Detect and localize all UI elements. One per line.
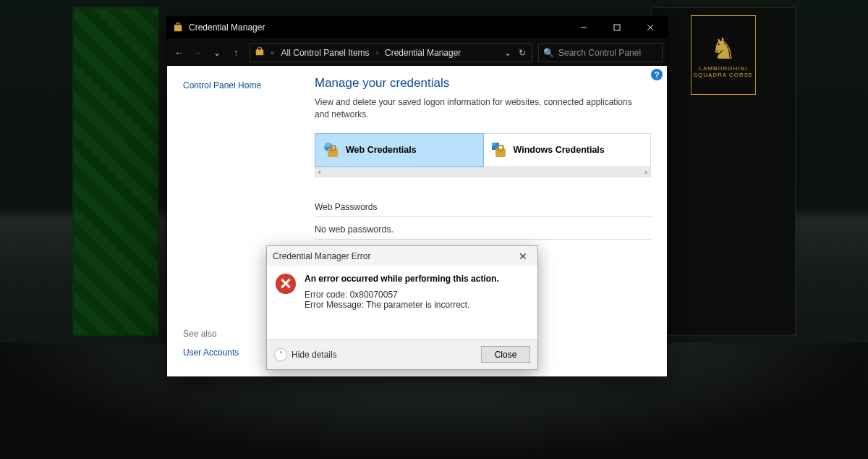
minimize-button[interactable] [567,17,600,38]
chevron-right-icon: › [375,49,380,56]
nav-forward-button[interactable]: → [190,43,206,63]
search-icon: 🔍 [543,48,554,58]
refresh-icon[interactable]: ↻ [519,48,526,58]
dialog-body: An error occurred while performing this … [267,266,537,339]
address-icon [253,46,266,59]
hide-details-toggle[interactable]: ˄ Hide details [274,348,337,361]
divider [315,216,651,217]
divider [315,239,651,240]
tab-windows-credentials[interactable]: Windows Credentials [483,134,651,167]
windows-credentials-icon [490,141,508,159]
page-heading: Manage your credentials [315,76,651,90]
web-credentials-icon [323,141,340,159]
page-description: View and delete your saved logon informa… [315,96,633,122]
svg-rect-3 [614,25,620,30]
bull-icon: ♞ [710,32,737,65]
close-button[interactable] [634,17,667,38]
nav-recent-dropdown[interactable]: ⌄ [209,43,225,63]
error-code-line: Error code: 0x80070057 [305,290,499,300]
desktop-poster-left [72,7,159,336]
breadcrumb-all-items[interactable]: All Control Panel Items [279,46,372,59]
search-box[interactable]: 🔍 [538,43,663,62]
breadcrumb-current[interactable]: Credential Manager [383,46,463,59]
empty-passwords-message: No web passwords. [315,224,651,235]
tab-web-label: Web Credentials [346,145,417,155]
nav-back-button[interactable]: ← [171,43,187,63]
error-dialog: Credential Manager Error ✕ An error occu… [266,245,538,370]
svg-rect-12 [492,143,495,146]
error-headline: An error occurred while performing this … [305,274,499,284]
tab-web-credentials[interactable]: Web Credentials [315,133,484,167]
dialog-titlebar[interactable]: Credential Manager Error ✕ [267,246,537,266]
maximize-button[interactable] [600,17,634,38]
dialog-message: An error occurred while performing this … [305,274,499,332]
chevron-up-icon: ˄ [274,348,287,361]
lamborghini-badge: ♞ LAMBORGHINI SQUADRA CORSE [691,15,756,95]
section-web-passwords: Web Passwords [315,202,651,212]
desktop-poster-right: ♞ LAMBORGHINI SQUADRA CORSE [651,7,796,336]
scroll-right-icon[interactable]: › [644,167,647,176]
dialog-title: Credential Manager Error [273,251,370,261]
tab-windows-label: Windows Credentials [514,145,605,155]
window-title: Credential Manager [189,22,265,33]
dialog-footer: ˄ Hide details Close [267,339,537,369]
search-input[interactable] [558,48,667,58]
titlebar[interactable]: Credential Manager [167,17,667,38]
dialog-close-button[interactable]: Close [481,346,530,363]
address-bar[interactable]: « All Control Panel Items › Credential M… [250,43,532,62]
dialog-close-x[interactable]: ✕ [514,250,532,262]
app-icon [172,22,184,33]
error-message-line: Error Message: The parameter is incorrec… [305,300,499,310]
svg-rect-9 [328,148,338,157]
nav-up-button[interactable]: ↑ [228,43,244,63]
help-icon[interactable]: ? [651,69,663,80]
brand-sub: SQUADRA CORSE [694,72,754,78]
navigation-bar: ← → ⌄ ↑ « All Control Panel Items › Cred… [167,38,667,66]
brand-text: LAMBORGHINI [699,65,747,72]
control-panel-home-link[interactable]: Control Panel Home [183,80,303,90]
error-icon [276,274,296,294]
scroll-left-icon[interactable]: ‹ [318,167,321,176]
horizontal-scrollbar[interactable]: ‹ › [315,167,651,177]
credential-type-row: Web Credentials Windows Credentials [315,133,651,167]
address-dropdown-icon[interactable]: ⌄ [504,48,511,58]
svg-rect-13 [495,148,506,157]
breadcrumb-sep-icon: « [269,49,276,56]
hide-details-label: Hide details [292,350,337,360]
